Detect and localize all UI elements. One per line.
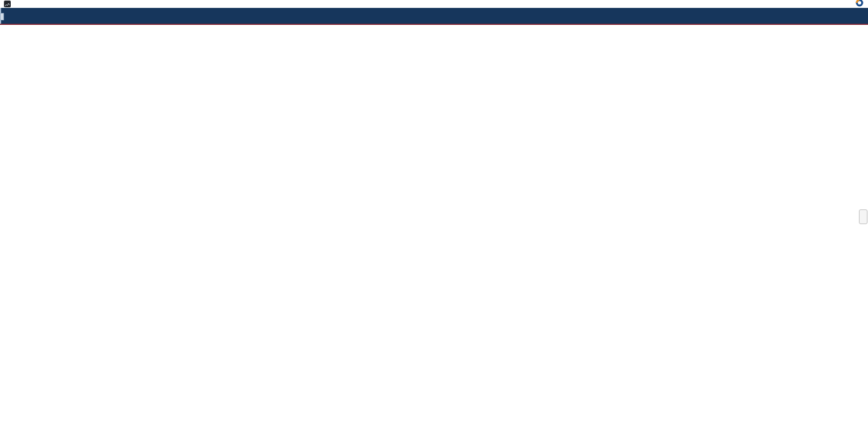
optuma-logo [856, 0, 865, 8]
chart-canvas[interactable] [0, 0, 868, 442]
collapse-panel-button[interactable] [859, 209, 867, 224]
optuma-chart-window [0, 0, 868, 442]
navigator-sparkline [0, 8, 868, 24]
timeline-navigator[interactable] [0, 8, 868, 25]
title-bar [0, 0, 868, 8]
chart-type-icon[interactable] [4, 1, 11, 7]
